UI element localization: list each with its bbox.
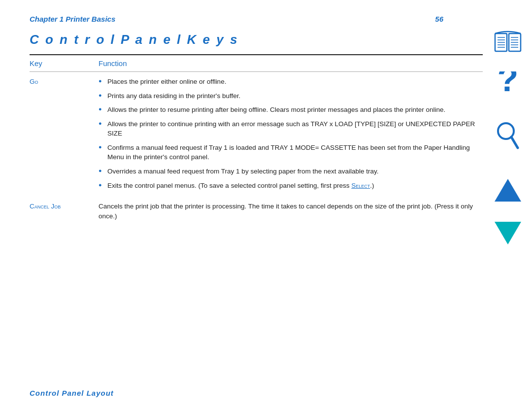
- book-icon[interactable]: [493, 30, 523, 57]
- sidebar-icons: ?: [493, 30, 523, 248]
- list-item: Places the printer either online or offl…: [99, 77, 483, 87]
- list-item: Exits the control panel menus. (To save …: [99, 181, 483, 191]
- svg-marker-18: [495, 222, 521, 244]
- svg-marker-17: [495, 179, 521, 202]
- arrow-down-icon[interactable]: [493, 220, 523, 248]
- page-title: C o n t r o l P a n e l K e y s: [30, 32, 483, 47]
- go-bullet-list: Places the printer either online or offl…: [99, 77, 483, 190]
- col-function-header: Function: [99, 55, 483, 72]
- page-header: Chapter 1 Printer Basics 56: [30, 15, 483, 23]
- list-item: Overrides a manual feed request from Tra…: [99, 167, 483, 176]
- list-item: Allows the printer to resume printing af…: [99, 105, 483, 115]
- list-item: Confirms a manual feed request if Tray 1…: [99, 143, 483, 162]
- list-item: Prints any data residing in the printer'…: [99, 91, 483, 101]
- footer-label: Control Panel Layout: [30, 389, 114, 397]
- header-chapter: Chapter 1 Printer Basics: [30, 15, 115, 23]
- key-cancel-job: Cancel Job: [30, 197, 99, 224]
- col-key-header: Key: [30, 55, 99, 72]
- svg-line-16: [511, 137, 518, 148]
- magnifier-icon[interactable]: [495, 120, 521, 152]
- page-container: Chapter 1 Printer Basics 56 C o n t r o …: [0, 0, 532, 411]
- table-row: Cancel Job Cancels the print job that th…: [30, 197, 483, 224]
- content-table: Key Function Go Places the printer eithe…: [30, 55, 483, 224]
- question-icon[interactable]: ?: [497, 71, 519, 105]
- svg-text:?: ?: [498, 71, 519, 99]
- list-item: Allows the printer to continue printing …: [99, 119, 483, 138]
- header-page-number: 56: [435, 15, 443, 23]
- table-row: Go Places the printer either online or o…: [30, 72, 483, 197]
- select-link: Select: [351, 182, 370, 189]
- key-go: Go: [30, 72, 99, 197]
- function-go: Places the printer either online or offl…: [99, 72, 483, 197]
- function-cancel-job: Cancels the print job that the printer i…: [99, 197, 483, 224]
- arrow-up-icon[interactable]: [493, 177, 523, 205]
